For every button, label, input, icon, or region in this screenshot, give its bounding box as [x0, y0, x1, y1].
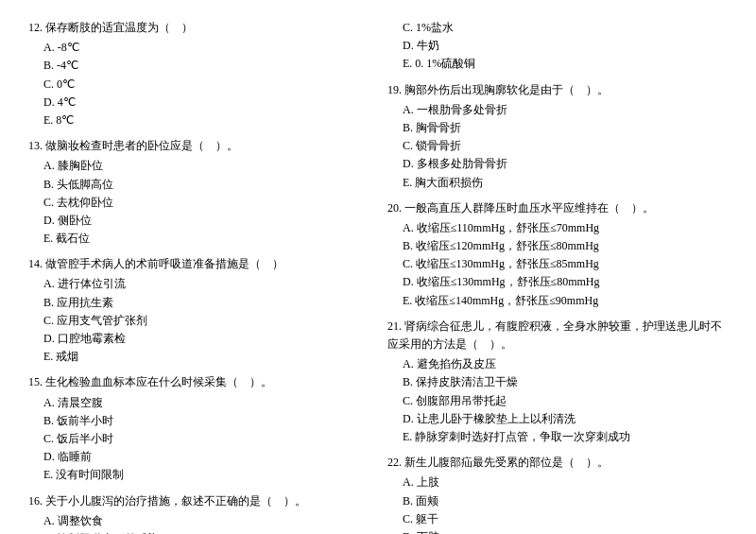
question-q12: 12. 保存断肢的适宜温度为（ ）A. -8℃B. -4℃C. 0℃D. 4℃E…: [28, 19, 369, 129]
option: C. 0℃: [28, 76, 369, 94]
option: B. 保持皮肤清洁卫干燥: [387, 373, 728, 391]
option: C. 锁骨骨折: [387, 137, 728, 155]
option: D. 收缩压≤130mmHg，舒张压≤80mmHg: [387, 273, 728, 291]
option: E. 胸大面积损伤: [387, 174, 728, 192]
option: C. 1%盐水: [387, 19, 728, 37]
question-q21: 21. 肾病综合征患儿，有腹腔积液，全身水肿较重，护理送患儿时不应采用的方法是（…: [387, 318, 728, 446]
option: B. 收缩压≤120mmHg，舒张压≤80mmHg: [387, 237, 728, 255]
option: A. 避免掐伤及皮压: [387, 355, 728, 373]
option: C. 应用支气管扩张剂: [28, 312, 369, 330]
left-column: 12. 保存断肢的适宜温度为（ ）A. -8℃B. -4℃C. 0℃D. 4℃E…: [28, 19, 369, 534]
option: B. 应用抗生素: [28, 294, 369, 312]
option: C. 收缩压≤130mmHg，舒张压≤85mmHg: [387, 255, 728, 273]
option: B. 胸骨骨折: [387, 119, 728, 137]
option: E. 没有时间限制: [28, 466, 369, 484]
right-column: C. 1%盐水D. 牛奶E. 0. 1%硫酸铜19. 胸部外伤后出现胸廓软化是由…: [387, 19, 728, 534]
question-title: 16. 关于小儿腹泻的治疗措施，叙述不正确的是（ ）。: [28, 492, 369, 510]
option: D. 4℃: [28, 94, 369, 112]
option: E. 收缩压≤140mmHg，舒张压≤90mmHg: [387, 292, 728, 310]
option: B. 饭前半小时: [28, 412, 369, 430]
question-q20: 20. 一般高直压人群降压时血压水平应维持在（ ）。A. 收缩压≤110mmHg…: [387, 199, 728, 310]
option: C. 饭后半小时: [28, 430, 369, 448]
option: A. 收缩压≤110mmHg，舒张压≤70mmHg: [387, 219, 728, 237]
question-q14: 14. 做管腔手术病人的术前呼吸道准备措施是（ ）A. 进行体位引流B. 应用抗…: [28, 255, 369, 366]
option: D. 让患儿卧于橡胶垫上上以利清洗: [387, 410, 728, 428]
option: C. 去枕仰卧位: [28, 194, 369, 212]
option: D. 下肢: [387, 528, 728, 534]
option: A. 调整饮食: [28, 512, 369, 530]
question-title: 22. 新生儿腹部疝最先受累的部位是（ ）。: [387, 454, 728, 472]
question-title: 12. 保存断肢的适宜温度为（ ）: [28, 19, 369, 37]
option: D. 多根多处肋骨骨折: [387, 155, 728, 173]
option: D. 侧卧位: [28, 212, 369, 230]
option: B. 头低脚高位: [28, 176, 369, 194]
question-q18c: C. 1%盐水D. 牛奶E. 0. 1%硫酸铜: [387, 19, 728, 74]
question-title: 19. 胸部外伤后出现胸廓软化是由于（ ）。: [387, 81, 728, 99]
option: D. 牛奶: [387, 37, 728, 55]
question-title: 13. 做脑妆检查时患者的卧位应是（ ）。: [28, 137, 369, 155]
question-q16: 16. 关于小儿腹泻的治疗措施，叙述不正确的是（ ）。A. 调整饮食B. 控制肠…: [28, 492, 369, 535]
option: A. -8℃: [28, 39, 369, 57]
option: B. -4℃: [28, 57, 369, 75]
option: E. 8℃: [28, 112, 369, 129]
option: C. 创腹部用吊带托起: [387, 392, 728, 410]
question-q15: 15. 生化检验血血标本应在什么时候采集（ ）。A. 清晨空腹B. 饭前半小时C…: [28, 373, 369, 484]
question-q13: 13. 做脑妆检查时患者的卧位应是（ ）。A. 膝胸卧位B. 头低脚高位C. 去…: [28, 137, 369, 248]
option: E. 静脉穿刺时选好打点管，争取一次穿刺成功: [387, 428, 728, 446]
question-title: 14. 做管腔手术病人的术前呼吸道准备措施是（ ）: [28, 255, 369, 273]
option: A. 上肢: [387, 474, 728, 491]
option: E. 0. 1%硫酸铜: [387, 55, 728, 73]
question-q22: 22. 新生儿腹部疝最先受累的部位是（ ）。A. 上肢B. 面颊C. 躯干D. …: [387, 454, 728, 534]
option: A. 清晨空腹: [28, 394, 369, 412]
option: A. 进行体位引流: [28, 275, 369, 293]
option: D. 临睡前: [28, 448, 369, 466]
option: B. 控制肠道内、外感染: [28, 530, 369, 534]
option: E. 截石位: [28, 230, 369, 248]
question-title: 20. 一般高直压人群降压时血压水平应维持在（ ）。: [387, 199, 728, 217]
question-title: 21. 肾病综合征患儿，有腹腔积液，全身水肿较重，护理送患儿时不应采用的方法是（…: [387, 318, 728, 353]
option: B. 面颊: [387, 492, 728, 510]
option: D. 口腔地霉素检: [28, 330, 369, 348]
option: A. 一根肋骨多处骨折: [387, 101, 728, 119]
option: E. 戒烟: [28, 348, 369, 366]
option: A. 膝胸卧位: [28, 157, 369, 175]
option: C. 躯干: [387, 510, 728, 528]
question-q19: 19. 胸部外伤后出现胸廓软化是由于（ ）。A. 一根肋骨多处骨折B. 胸骨骨折…: [387, 81, 728, 192]
question-title: 15. 生化检验血血标本应在什么时候采集（ ）。: [28, 373, 369, 391]
